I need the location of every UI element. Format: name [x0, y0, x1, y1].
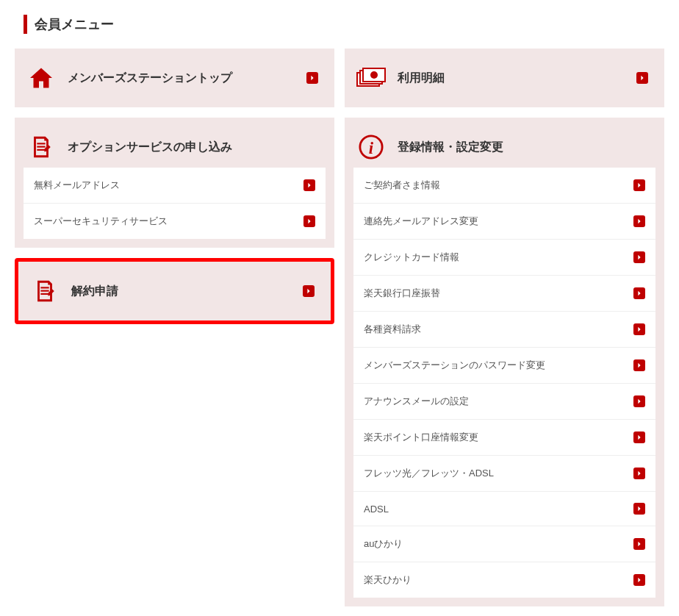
list-item-super-security[interactable]: スーパーセキュリティサービス: [24, 204, 326, 239]
menu-grid: メンバーズステーショントップ: [15, 49, 664, 606]
list-item-label: メンバーズステーションのパスワード変更: [364, 359, 545, 372]
list-item-label: 楽天ポイント口座情報変更: [364, 431, 478, 444]
list-item-label: 各種資料請求: [364, 323, 421, 336]
chevron-right-icon: [633, 323, 645, 335]
card-header: 解約申請: [27, 271, 322, 312]
card-title: 登録情報・設定変更: [398, 140, 503, 155]
list-item-label: 無料メールアドレス: [34, 179, 120, 192]
chevron-right-icon: [633, 431, 645, 443]
info-icon: i: [356, 132, 386, 162]
svg-rect-4: [40, 290, 48, 292]
chevron-right-icon: [306, 72, 318, 84]
chevron-right-icon: [636, 72, 648, 84]
list-item-au-hikari[interactable]: auひかり: [353, 526, 655, 562]
card-header-left: 利用明細: [353, 63, 445, 93]
card-header-left: i 登録情報・設定変更: [353, 132, 503, 162]
list-item-rakuten-point[interactable]: 楽天ポイント口座情報変更: [353, 420, 655, 456]
left-column: メンバーズステーショントップ: [15, 49, 334, 606]
page-title-wrap: 会員メニュー: [24, 15, 664, 34]
list-item-label: フレッツ光／フレッツ・ADSL: [364, 467, 494, 480]
usage-details-card[interactable]: 利用明細: [345, 49, 664, 107]
list-item-contractor-info[interactable]: ご契約者さま情報: [353, 168, 655, 204]
card-header: メンバーズステーショントップ: [24, 57, 326, 99]
list-item-label: アナウンスメールの設定: [364, 395, 469, 408]
form-icon: [26, 132, 56, 162]
chevron-right-icon: [633, 287, 645, 299]
chevron-right-icon: [633, 395, 645, 407]
list-item-credit-card[interactable]: クレジットカード情報: [353, 240, 655, 276]
chevron-right-icon: [303, 285, 315, 297]
chevron-right-icon: [633, 251, 645, 263]
chevron-right-icon: [633, 179, 645, 191]
list-item-free-mail[interactable]: 無料メールアドレス: [24, 168, 326, 204]
card-header-left: オプションサービスの申し込み: [24, 132, 232, 162]
svg-rect-3: [40, 287, 48, 288]
settings-list: ご契約者さま情報 連絡先メールアドレス変更 クレジットカード情報 楽天銀行口座振…: [353, 168, 655, 598]
list-item-document-request[interactable]: 各種資料請求: [353, 312, 655, 348]
list-item-label: 楽天銀行口座振替: [364, 287, 440, 300]
list-item-rakuten-hikari[interactable]: 楽天ひかり: [353, 562, 655, 598]
option-services-list: 無料メールアドレス スーパーセキュリティサービス: [24, 168, 326, 239]
home-icon: [26, 63, 56, 93]
list-item-label: スーパーセキュリティサービス: [34, 215, 168, 228]
title-accent-bar: [24, 15, 27, 34]
members-station-top-card[interactable]: メンバーズステーショントップ: [15, 49, 334, 107]
list-item-announce-mail[interactable]: アナウンスメールの設定: [353, 384, 655, 420]
option-services-card: オプションサービスの申し込み 無料メールアドレス スーパーセキュリティサービス: [15, 118, 334, 248]
svg-text:i: i: [369, 139, 374, 157]
list-item-label: ご契約者さま情報: [364, 179, 440, 192]
page-title: 会員メニュー: [35, 15, 114, 33]
card-title: 解約申請: [71, 284, 118, 299]
list-item-rakuten-bank[interactable]: 楽天銀行口座振替: [353, 276, 655, 312]
svg-rect-5: [40, 293, 48, 295]
list-item-adsl[interactable]: ADSL: [353, 492, 655, 526]
card-header-left: 解約申請: [27, 276, 118, 306]
chevron-right-icon: [633, 359, 645, 371]
list-item-password-change[interactable]: メンバーズステーションのパスワード変更: [353, 348, 655, 384]
card-title: 利用明細: [398, 71, 445, 86]
list-item-label: auひかり: [364, 537, 403, 551]
card-header-left: メンバーズステーショントップ: [24, 63, 232, 93]
list-item-label: 楽天ひかり: [364, 573, 412, 587]
list-item-label: ADSL: [364, 504, 389, 515]
card-header: i 登録情報・設定変更: [353, 126, 655, 168]
chevron-right-icon: [633, 215, 645, 227]
chevron-right-icon: [303, 215, 315, 227]
chevron-right-icon: [303, 179, 315, 191]
registration-settings-card: i 登録情報・設定変更 ご契約者さま情報 連絡先メールアドレス変更 クレジットカ…: [345, 118, 664, 606]
list-item-label: クレジットカード情報: [364, 251, 459, 264]
chevron-right-icon: [633, 574, 645, 586]
card-header: 利用明細: [353, 57, 655, 99]
money-icon: [356, 63, 386, 93]
cancellation-card[interactable]: 解約申請: [18, 262, 331, 320]
svg-point-9: [370, 71, 378, 79]
form-icon: [30, 276, 60, 306]
svg-rect-1: [37, 146, 45, 148]
card-title: メンバーズステーショントップ: [68, 71, 232, 86]
svg-rect-2: [37, 149, 45, 151]
svg-rect-0: [37, 143, 45, 144]
list-item-contact-mail-change[interactable]: 連絡先メールアドレス変更: [353, 204, 655, 240]
card-header: オプションサービスの申し込み: [24, 126, 326, 168]
list-item-label: 連絡先メールアドレス変更: [364, 215, 478, 228]
chevron-right-icon: [633, 468, 645, 479]
card-title: オプションサービスの申し込み: [68, 140, 232, 155]
cancellation-card-highlight: 解約申請: [15, 258, 334, 324]
chevron-right-icon: [633, 538, 645, 550]
chevron-right-icon: [633, 503, 645, 515]
list-item-flets[interactable]: フレッツ光／フレッツ・ADSL: [353, 456, 655, 492]
right-column: 利用明細 i 登録情報・設定変更: [345, 49, 664, 606]
